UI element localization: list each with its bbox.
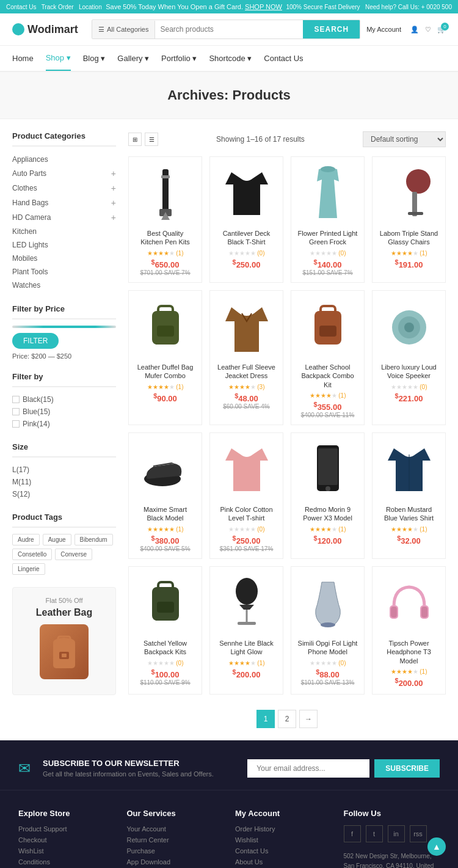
filter-button[interactable]: FILTER	[12, 333, 59, 349]
product-original-price: $701.00 SAVE 7%	[135, 269, 195, 276]
product-stars: ★★★★★ (1)	[216, 660, 277, 666]
footer-link[interactable]: Contact Us	[235, 847, 332, 855]
track-order-link[interactable]: Track Order	[42, 4, 74, 10]
product-grid: Best Quality Kitchen Pen Kits ★★★★★ (1) …	[128, 156, 446, 695]
my-account-link[interactable]: My Account	[366, 26, 401, 33]
category-auto-parts[interactable]: Auto Parts+	[12, 166, 116, 181]
footer-link[interactable]: Your Account	[127, 825, 224, 833]
category-appliances[interactable]: Appliances	[12, 153, 116, 166]
footer-link[interactable]: Checkout	[18, 836, 115, 844]
nav-gallery[interactable]: Gallery ▾	[117, 46, 149, 70]
product-stars: ★★★★★ (1)	[379, 250, 439, 257]
product-card[interactable]: Leather Full Sleeve Jeacket Dress ★★★★★ …	[209, 290, 283, 425]
category-kitchen[interactable]: Kitchen	[12, 225, 116, 238]
product-card[interactable]: Maxime Smart Black Model ★★★★★ (1) $380.…	[128, 432, 202, 559]
logo[interactable]: Wodimart	[12, 23, 85, 36]
nav-shop[interactable]: Shop ▾	[46, 46, 71, 71]
product-original-price: $361.00 SAVE 17%	[216, 545, 277, 552]
product-card[interactable]: Sennhe Lite Black Light Glow ★★★★★ (1) $…	[209, 566, 283, 695]
product-card[interactable]: Best Quality Kitchen Pen Kits ★★★★★ (1) …	[128, 156, 202, 283]
size-m[interactable]: M(11)	[12, 476, 116, 488]
product-image	[135, 573, 195, 634]
page-next-btn[interactable]: →	[299, 710, 318, 728]
category-dropdown[interactable]: ☰ All Categories	[92, 21, 155, 38]
newsletter-email-input[interactable]	[247, 759, 369, 778]
nav-contact[interactable]: Contact Us	[264, 46, 303, 70]
contact-link[interactable]: Contact Us	[6, 4, 36, 10]
product-card[interactable]: Roben Mustard Blue Varies Shirt ★★★★★ (1…	[372, 432, 446, 559]
search-input[interactable]	[155, 20, 303, 38]
page-1-btn[interactable]: 1	[256, 710, 275, 728]
size-l[interactable]: L(17)	[12, 464, 116, 476]
wishlist-icon-wrap[interactable]: ♡	[425, 26, 431, 34]
newsletter-subscribe-btn[interactable]: SUBSCRIBE	[374, 759, 440, 778]
footer-link[interactable]: WishList	[18, 847, 115, 855]
social-rss[interactable]: rss	[410, 825, 427, 842]
tag-lingerie[interactable]: Lingerie	[12, 563, 45, 575]
category-hand-bags[interactable]: Hand Bags+	[12, 195, 116, 210]
category-watches[interactable]: Watches	[12, 279, 116, 292]
footer-link[interactable]: Conditions	[18, 858, 115, 866]
category-clothes[interactable]: Clothes+	[12, 181, 116, 195]
promo-banner[interactable]: Flat 50% Off Leather Bag	[12, 587, 116, 695]
product-card[interactable]: Redmo Morin 9 Power X3 Model ★★★★★ (1) $…	[291, 432, 365, 559]
grid-view-btn[interactable]: ⊞	[128, 133, 142, 146]
nav-shortcode[interactable]: Shortcode ▾	[209, 46, 252, 70]
nav-blog[interactable]: Blog ▾	[83, 46, 106, 70]
footer-link[interactable]: About Us	[235, 858, 332, 866]
user-icon-wrap[interactable]: 👤	[410, 26, 419, 34]
product-stars: ★★★★★ (1)	[135, 384, 195, 390]
product-original-price: $400.00 SAVE 5%	[135, 545, 195, 552]
page-2-btn[interactable]: 2	[278, 710, 296, 728]
svg-rect-36	[391, 607, 397, 618]
social-facebook[interactable]: f	[344, 825, 361, 842]
category-hd-camera[interactable]: HD Camera+	[12, 210, 116, 225]
footer-link[interactable]: Purchase	[127, 847, 224, 855]
footer-link[interactable]: App Download	[127, 858, 224, 866]
social-linkedin[interactable]: in	[388, 825, 405, 842]
social-twitter[interactable]: t	[366, 825, 383, 842]
location-link[interactable]: Location	[79, 4, 102, 10]
price-slider[interactable]	[12, 326, 116, 328]
sort-select[interactable]: Default sorting Price: Low to High Price…	[363, 131, 446, 147]
product-card[interactable]: Libero luxury Loud Voice Speeker ★★★★★ (…	[372, 290, 446, 425]
product-card[interactable]: Labom Triple Stand Glassy Chairs ★★★★★ (…	[372, 156, 446, 283]
shop-now-link[interactable]: SHOP NOW	[245, 3, 282, 10]
product-card[interactable]: Leather School Backpack Combo Kit ★★★★★ …	[291, 290, 365, 425]
search-button[interactable]: SEARCH	[303, 20, 360, 38]
list-view-btn[interactable]: ☰	[145, 133, 158, 146]
footer-link[interactable]: Order History	[235, 825, 332, 833]
tag-bibendum[interactable]: Bibendum	[75, 534, 113, 545]
product-card[interactable]: Pink Color Cotton Level T-shirt ★★★★★ (0…	[209, 432, 283, 559]
product-image	[135, 439, 195, 500]
product-card[interactable]: Flower Printed Light Green Frock ★★★★★ (…	[291, 156, 365, 283]
size-title: Size	[12, 442, 116, 458]
product-card[interactable]: Simili Opgi Fol Light Phone Model ★★★★★ …	[291, 566, 365, 695]
product-price: $32.00	[379, 534, 439, 545]
footer-link[interactable]: Return Center	[127, 836, 224, 844]
color-black[interactable]: Black(15)	[12, 393, 116, 406]
tag-converse[interactable]: Converse	[55, 549, 92, 560]
category-plant-tools[interactable]: Plant Tools	[12, 265, 116, 279]
footer-link[interactable]: Wishlist	[235, 836, 332, 844]
size-s[interactable]: S(12)	[12, 488, 116, 500]
tag-augue[interactable]: Augue	[43, 534, 71, 545]
category-led-lights[interactable]: LED Lights	[12, 238, 116, 252]
footer-link[interactable]: Product Support	[18, 825, 115, 833]
product-card[interactable]: Satchel Yellow Backpack Kits ★★★★★ (0) $…	[128, 566, 202, 695]
color-pink[interactable]: Pink(14)	[12, 418, 116, 430]
product-card[interactable]: Leather Duffel Bag Mufer Combo ★★★★★ (1)…	[128, 290, 202, 425]
product-card[interactable]: Tipsch Power Headphone T3 Model ★★★★★ (1…	[372, 566, 446, 695]
tag-audre[interactable]: Audre	[12, 534, 40, 545]
footer-follow: Follow Us f t in rss 502 New Design Str,…	[344, 809, 440, 868]
cart-icon-wrap[interactable]: 🛒 0	[437, 26, 446, 34]
tag-consetello[interactable]: Consetello	[12, 549, 52, 560]
product-card[interactable]: Cantilever Deck Black T-Shirt ★★★★★ (0) …	[209, 156, 283, 283]
nav-portfolio[interactable]: Portfolio ▾	[161, 46, 197, 70]
svg-rect-12	[408, 212, 423, 215]
product-image	[379, 297, 439, 358]
color-blue[interactable]: Blue(15)	[12, 406, 116, 418]
category-mobiles[interactable]: Mobiles	[12, 252, 116, 265]
nav-home[interactable]: Home	[12, 46, 34, 70]
back-to-top-btn[interactable]: ▲	[427, 837, 446, 856]
